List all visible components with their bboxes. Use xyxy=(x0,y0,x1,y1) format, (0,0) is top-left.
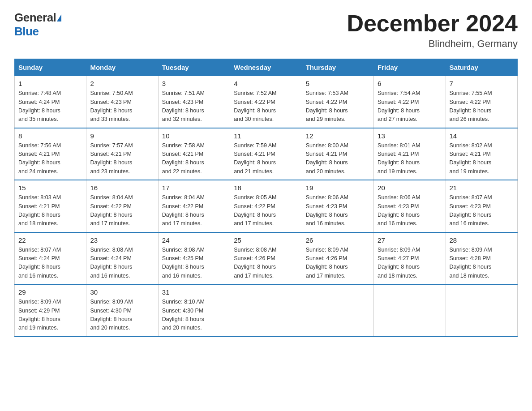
day-info: Sunrise: 7:54 AMSunset: 4:22 PMDaylight:… xyxy=(378,89,442,124)
table-row: 7 Sunrise: 7:55 AMSunset: 4:22 PMDayligh… xyxy=(446,76,517,128)
logo-general-text: General xyxy=(14,11,56,25)
day-number: 7 xyxy=(450,80,514,87)
table-row: 3 Sunrise: 7:51 AMSunset: 4:23 PMDayligh… xyxy=(158,76,230,128)
table-row xyxy=(230,284,302,337)
day-info: Sunrise: 8:07 AMSunset: 4:24 PMDaylight:… xyxy=(18,246,82,281)
day-info: Sunrise: 8:08 AMSunset: 4:25 PMDaylight:… xyxy=(162,246,226,281)
table-row: 1 Sunrise: 7:48 AMSunset: 4:24 PMDayligh… xyxy=(15,76,86,128)
calendar-week-row: 8 Sunrise: 7:56 AMSunset: 4:21 PMDayligh… xyxy=(15,128,518,180)
day-number: 1 xyxy=(18,80,82,87)
day-info: Sunrise: 7:51 AMSunset: 4:23 PMDaylight:… xyxy=(162,89,226,124)
table-row xyxy=(302,284,373,337)
day-info: Sunrise: 8:10 AMSunset: 4:30 PMDaylight:… xyxy=(162,298,226,333)
title-block: December 2024 Blindheim, Germany xyxy=(347,11,518,50)
table-row: 31 Sunrise: 8:10 AMSunset: 4:30 PMDaylig… xyxy=(158,284,230,337)
table-row: 9 Sunrise: 7:57 AMSunset: 4:21 PMDayligh… xyxy=(86,128,158,180)
day-info: Sunrise: 7:53 AMSunset: 4:22 PMDaylight:… xyxy=(306,89,370,124)
table-row: 19 Sunrise: 8:06 AMSunset: 4:23 PMDaylig… xyxy=(302,180,373,232)
day-info: Sunrise: 8:06 AMSunset: 4:23 PMDaylight:… xyxy=(306,193,370,228)
day-number: 19 xyxy=(306,184,370,192)
table-row xyxy=(374,284,446,337)
day-number: 22 xyxy=(18,236,82,244)
day-info: Sunrise: 7:50 AMSunset: 4:23 PMDaylight:… xyxy=(90,89,154,124)
day-info: Sunrise: 7:58 AMSunset: 4:21 PMDaylight:… xyxy=(162,141,226,176)
day-number: 16 xyxy=(90,184,154,192)
table-row: 18 Sunrise: 8:05 AMSunset: 4:22 PMDaylig… xyxy=(230,180,302,232)
day-info: Sunrise: 7:52 AMSunset: 4:22 PMDaylight:… xyxy=(234,89,298,124)
table-row xyxy=(446,284,517,337)
col-tuesday: Tuesday xyxy=(158,59,230,76)
day-number: 23 xyxy=(90,236,154,244)
month-title: December 2024 xyxy=(347,11,518,36)
day-info: Sunrise: 8:09 AMSunset: 4:30 PMDaylight:… xyxy=(90,298,154,333)
col-sunday: Sunday xyxy=(15,59,86,76)
table-row: 14 Sunrise: 8:02 AMSunset: 4:21 PMDaylig… xyxy=(446,128,517,180)
table-row: 23 Sunrise: 8:08 AMSunset: 4:24 PMDaylig… xyxy=(86,232,158,285)
table-row: 29 Sunrise: 8:09 AMSunset: 4:29 PMDaylig… xyxy=(15,284,86,337)
table-row: 30 Sunrise: 8:09 AMSunset: 4:30 PMDaylig… xyxy=(86,284,158,337)
day-info: Sunrise: 8:09 AMSunset: 4:26 PMDaylight:… xyxy=(306,246,370,281)
logo: General Blue xyxy=(14,11,61,39)
day-info: Sunrise: 8:02 AMSunset: 4:21 PMDaylight:… xyxy=(450,141,514,176)
day-info: Sunrise: 8:04 AMSunset: 4:22 PMDaylight:… xyxy=(90,193,154,228)
col-saturday: Saturday xyxy=(446,59,517,76)
table-row: 13 Sunrise: 8:01 AMSunset: 4:21 PMDaylig… xyxy=(374,128,446,180)
day-number: 28 xyxy=(450,236,514,244)
table-row: 10 Sunrise: 7:58 AMSunset: 4:21 PMDaylig… xyxy=(158,128,230,180)
day-info: Sunrise: 8:03 AMSunset: 4:21 PMDaylight:… xyxy=(18,193,82,228)
table-row: 21 Sunrise: 8:07 AMSunset: 4:23 PMDaylig… xyxy=(446,180,517,232)
table-row: 16 Sunrise: 8:04 AMSunset: 4:22 PMDaylig… xyxy=(86,180,158,232)
col-thursday: Thursday xyxy=(302,59,373,76)
day-number: 30 xyxy=(90,288,154,296)
calendar-header-row: Sunday Monday Tuesday Wednesday Thursday… xyxy=(15,59,518,76)
table-row: 2 Sunrise: 7:50 AMSunset: 4:23 PMDayligh… xyxy=(86,76,158,128)
logo-blue-text: Blue xyxy=(14,25,39,39)
day-info: Sunrise: 7:56 AMSunset: 4:21 PMDaylight:… xyxy=(18,141,82,176)
day-info: Sunrise: 7:59 AMSunset: 4:21 PMDaylight:… xyxy=(234,141,298,176)
calendar-week-row: 1 Sunrise: 7:48 AMSunset: 4:24 PMDayligh… xyxy=(15,76,518,128)
table-row: 4 Sunrise: 7:52 AMSunset: 4:22 PMDayligh… xyxy=(230,76,302,128)
day-info: Sunrise: 8:08 AMSunset: 4:24 PMDaylight:… xyxy=(90,246,154,281)
day-info: Sunrise: 7:55 AMSunset: 4:22 PMDaylight:… xyxy=(450,89,514,124)
day-number: 25 xyxy=(234,236,298,244)
day-number: 8 xyxy=(18,132,82,140)
day-number: 20 xyxy=(378,184,442,192)
day-number: 10 xyxy=(162,132,226,140)
day-number: 27 xyxy=(378,236,442,244)
col-friday: Friday xyxy=(374,59,446,76)
location-title: Blindheim, Germany xyxy=(347,38,518,50)
day-info: Sunrise: 7:57 AMSunset: 4:21 PMDaylight:… xyxy=(90,141,154,176)
calendar-week-row: 29 Sunrise: 8:09 AMSunset: 4:29 PMDaylig… xyxy=(15,284,518,337)
calendar-week-row: 15 Sunrise: 8:03 AMSunset: 4:21 PMDaylig… xyxy=(15,180,518,232)
day-number: 18 xyxy=(234,184,298,192)
day-info: Sunrise: 8:01 AMSunset: 4:21 PMDaylight:… xyxy=(378,141,442,176)
table-row: 25 Sunrise: 8:08 AMSunset: 4:26 PMDaylig… xyxy=(230,232,302,285)
table-row: 24 Sunrise: 8:08 AMSunset: 4:25 PMDaylig… xyxy=(158,232,230,285)
table-row: 20 Sunrise: 8:06 AMSunset: 4:23 PMDaylig… xyxy=(374,180,446,232)
table-row: 11 Sunrise: 7:59 AMSunset: 4:21 PMDaylig… xyxy=(230,128,302,180)
day-number: 26 xyxy=(306,236,370,244)
day-number: 4 xyxy=(234,80,298,87)
col-monday: Monday xyxy=(86,59,158,76)
day-number: 13 xyxy=(378,132,442,140)
day-info: Sunrise: 8:09 AMSunset: 4:28 PMDaylight:… xyxy=(450,246,514,281)
day-number: 11 xyxy=(234,132,298,140)
day-info: Sunrise: 8:04 AMSunset: 4:22 PMDaylight:… xyxy=(162,193,226,228)
table-row: 5 Sunrise: 7:53 AMSunset: 4:22 PMDayligh… xyxy=(302,76,373,128)
calendar-week-row: 22 Sunrise: 8:07 AMSunset: 4:24 PMDaylig… xyxy=(15,232,518,285)
day-number: 6 xyxy=(378,80,442,87)
page-header: General Blue December 2024 Blindheim, Ge… xyxy=(14,11,518,50)
day-number: 31 xyxy=(162,288,226,296)
day-number: 3 xyxy=(162,80,226,87)
table-row: 15 Sunrise: 8:03 AMSunset: 4:21 PMDaylig… xyxy=(15,180,86,232)
day-info: Sunrise: 8:09 AMSunset: 4:29 PMDaylight:… xyxy=(18,298,82,333)
table-row: 26 Sunrise: 8:09 AMSunset: 4:26 PMDaylig… xyxy=(302,232,373,285)
table-row: 8 Sunrise: 7:56 AMSunset: 4:21 PMDayligh… xyxy=(15,128,86,180)
calendar-table: Sunday Monday Tuesday Wednesday Thursday… xyxy=(14,59,518,337)
table-row: 27 Sunrise: 8:09 AMSunset: 4:27 PMDaylig… xyxy=(374,232,446,285)
day-number: 24 xyxy=(162,236,226,244)
day-number: 5 xyxy=(306,80,370,87)
day-info: Sunrise: 8:05 AMSunset: 4:22 PMDaylight:… xyxy=(234,193,298,228)
day-info: Sunrise: 8:08 AMSunset: 4:26 PMDaylight:… xyxy=(234,246,298,281)
table-row: 28 Sunrise: 8:09 AMSunset: 4:28 PMDaylig… xyxy=(446,232,517,285)
